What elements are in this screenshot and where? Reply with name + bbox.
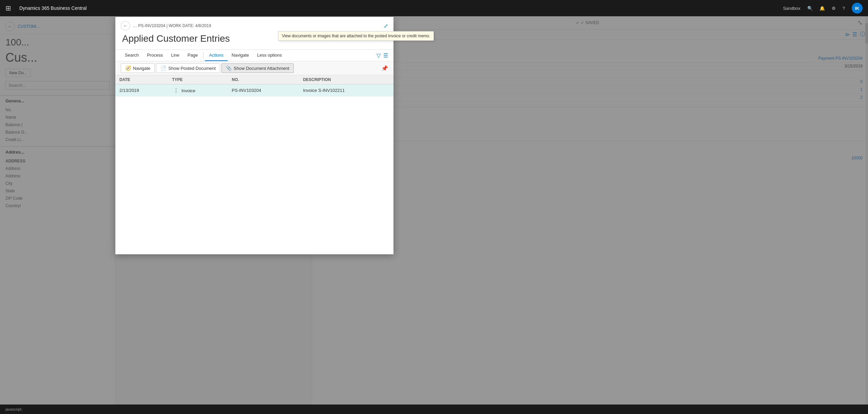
search-icon[interactable]: 🔍 bbox=[807, 6, 813, 11]
attachment-tooltip: View documents or images that are attach… bbox=[278, 31, 434, 41]
col-no[interactable]: NO. bbox=[228, 75, 299, 84]
row-date: 2/13/2019 bbox=[115, 84, 168, 97]
toolbar-separator bbox=[203, 52, 204, 59]
show-posted-label: Show Posted Document bbox=[168, 66, 215, 71]
settings-icon[interactable]: ⚙ bbox=[832, 6, 836, 11]
status-text: javascript; bbox=[5, 407, 22, 411]
row-menu-button[interactable]: ⋮ bbox=[172, 87, 180, 93]
col-type[interactable]: TYPE bbox=[168, 75, 228, 84]
toolbar-right-icons: ▽ ☰ bbox=[377, 52, 388, 59]
app-grid-icon[interactable]: ⊞ bbox=[5, 4, 11, 12]
filter-icon-toolbar[interactable]: ▽ bbox=[377, 52, 381, 59]
show-attachment-icon: 📎 bbox=[226, 65, 232, 71]
toolbar-page[interactable]: Page bbox=[184, 50, 202, 61]
sandbox-label: Sandbox bbox=[783, 6, 800, 11]
toolbar-process[interactable]: Process bbox=[143, 50, 167, 61]
user-avatar[interactable]: IK bbox=[852, 3, 863, 14]
app-title: Dynamics 365 Business Central bbox=[19, 5, 86, 11]
table-row[interactable]: 2/13/2019 ⋮ Invoice PS-INV103204 Invoice… bbox=[115, 84, 393, 97]
show-posted-button[interactable]: 📄 Show Posted Document bbox=[156, 63, 220, 73]
top-nav-right: Sandbox 🔍 🔔 ⚙ ? IK bbox=[783, 3, 863, 14]
show-attachment-button[interactable]: 📎 Show Document Attachment bbox=[221, 63, 294, 73]
row-description: Invoice S-INV102211 bbox=[299, 84, 393, 97]
show-attachment-label: Show Document Attachment bbox=[234, 66, 289, 71]
dialog-breadcrumb-text: … PS-INV103204 | WORK DATE: 4/8/2019 bbox=[133, 23, 211, 28]
col-description[interactable]: DESCRIPTION bbox=[299, 75, 393, 84]
navigate-icon: 🧭 bbox=[125, 65, 131, 71]
entries-table: DATE TYPE NO. DESCRIPTION 2/13/2019 ⋮ In… bbox=[115, 75, 393, 97]
bell-icon[interactable]: 🔔 bbox=[819, 6, 825, 11]
row-type: ⋮ Invoice bbox=[168, 84, 228, 97]
toolbar-line[interactable]: Line bbox=[167, 50, 184, 61]
dialog-table-container: DATE TYPE NO. DESCRIPTION 2/13/2019 ⋮ In… bbox=[115, 75, 393, 254]
dialog-breadcrumb-row: ← … PS-INV103204 | WORK DATE: 4/8/2019 ⤢ bbox=[115, 17, 393, 31]
toolbar-group-left: Search Process Line Page bbox=[121, 50, 202, 61]
show-posted-icon: 📄 bbox=[160, 65, 166, 71]
col-date[interactable]: DATE bbox=[115, 75, 168, 84]
row-no: PS-INV103204 bbox=[228, 84, 299, 97]
toolbar-navigate[interactable]: Navigate bbox=[228, 50, 253, 61]
navigate-label: Navigate bbox=[133, 66, 150, 71]
dialog-back-button[interactable]: ← bbox=[121, 21, 130, 31]
toolbar-actions[interactable]: Actions bbox=[205, 50, 228, 61]
status-bar: javascript; bbox=[0, 405, 868, 414]
help-icon[interactable]: ? bbox=[843, 6, 845, 11]
toolbar-search[interactable]: Search bbox=[121, 50, 143, 61]
tooltip-text: View documents or images that are attach… bbox=[282, 34, 430, 38]
top-navigation: ⊞ Dynamics 365 Business Central Sandbox … bbox=[0, 0, 868, 16]
toolbar-less-options[interactable]: Less options bbox=[253, 50, 286, 61]
toolbar-group-right: Actions Navigate Less options bbox=[205, 50, 286, 61]
table-header-row: DATE TYPE NO. DESCRIPTION bbox=[115, 75, 393, 84]
applied-entries-dialog: ← … PS-INV103204 | WORK DATE: 4/8/2019 ⤢… bbox=[115, 17, 393, 254]
dialog-toolbar: Search Process Line Page Actions Navigat… bbox=[115, 50, 393, 61]
pin-icon[interactable]: 📌 bbox=[381, 65, 388, 72]
navigate-button[interactable]: 🧭 Navigate bbox=[121, 63, 155, 73]
columns-icon-toolbar[interactable]: ☰ bbox=[383, 52, 388, 59]
dialog-expand-button[interactable]: ⤢ bbox=[384, 23, 388, 29]
action-bar: 🧭 Navigate 📄 Show Posted Document 📎 Show… bbox=[115, 61, 393, 75]
